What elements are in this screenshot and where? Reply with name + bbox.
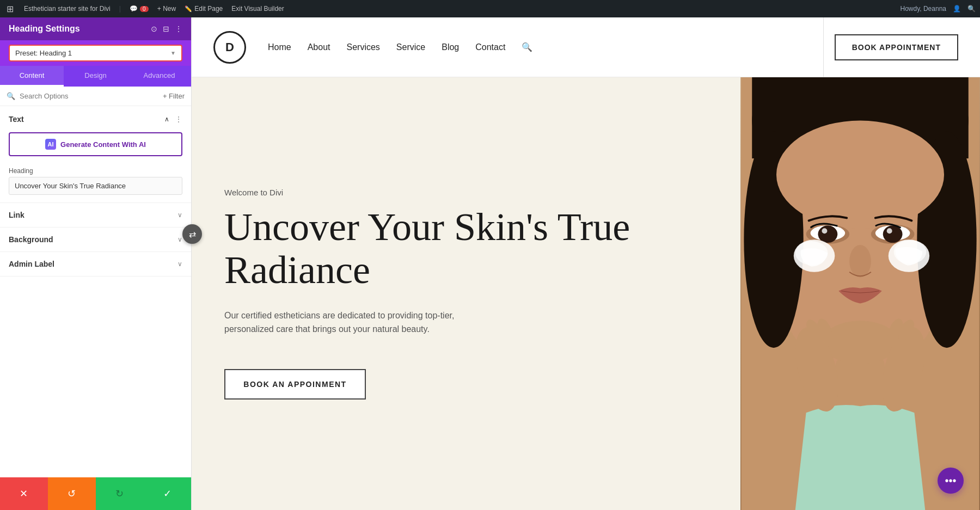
admin-label-section: Admin Label ∨ [0,252,191,276]
background-section-title: Background [9,235,53,244]
background-section: Background ∨ [0,228,191,252]
admin-exit-builder[interactable]: Exit Visual Builder [231,5,284,13]
admin-new[interactable]: + New [157,5,176,13]
nav-service[interactable]: Service [396,42,425,52]
background-section-controls: ∨ [177,236,182,243]
bottom-action-bar: ✕ ↺ ↻ ✓ [0,477,191,510]
redo-button[interactable]: ↻ [96,477,144,510]
nav-contact[interactable]: Contact [475,42,505,52]
text-chevron-icon[interactable]: ∧ [164,115,169,123]
hero-image-svg [740,77,980,510]
tab-content[interactable]: Content [0,66,64,87]
text-section-controls: ∧ ⋮ [164,115,182,124]
link-chevron-icon[interactable]: ∨ [177,211,182,219]
admin-label-section-title: Admin Label [9,260,54,268]
hero-description: Our certified estheticians are dedicated… [224,309,486,336]
nav-about[interactable]: About [308,42,330,52]
hero-right: ••• [740,77,980,510]
separator: | [119,5,121,13]
panel-tabs: Content Design Advanced [0,66,191,87]
book-appointment-button[interactable]: BOOK APPOINTMENT [835,34,958,60]
link-section: Link ∨ [0,203,191,228]
right-content: D Home About Services Service Blog [192,17,980,510]
columns-icon[interactable]: ⊟ [163,24,169,33]
hero-left: Welcome to Divi Uncover Your Skin's True… [192,77,740,510]
nav-services[interactable]: Services [347,42,380,52]
site-navbar: D Home About Services Service Blog [192,17,980,77]
tab-advanced[interactable]: Advanced [127,66,191,87]
admin-bar: ⊞ Esthetician starter site for Divi | 💬 … [0,0,980,17]
svg-point-16 [849,245,871,278]
text-dots-icon[interactable]: ⋮ [175,115,182,124]
admin-label-chevron-icon[interactable]: ∨ [177,260,182,268]
text-section-header[interactable]: Text ∧ ⋮ [0,106,191,130]
main-layout: Heading Settings ⊙ ⊟ ⋮ Preset: Heading 1… [0,17,980,510]
site-logo: D [213,31,246,64]
drag-handle[interactable]: ⇄ [182,224,202,244]
admin-label-section-header[interactable]: Admin Label ∨ [0,252,191,276]
tab-design[interactable]: Design [64,66,127,87]
hero-cta-button[interactable]: BOOK AN APPOINMENT [224,369,366,400]
save-button[interactable]: ✓ [143,477,191,510]
settings-icon[interactable]: ⊙ [151,24,157,33]
hero-section: Welcome to Divi Uncover Your Skin's True… [192,77,980,510]
floating-dots-button[interactable]: ••• [938,468,964,494]
hero-welcome-text: Welcome to Divi [224,188,708,197]
nav-home[interactable]: Home [268,42,291,52]
svg-point-15 [887,228,892,234]
svg-point-7 [776,121,944,229]
link-section-controls: ∨ [177,211,182,219]
svg-point-14 [822,228,827,234]
left-panel: Heading Settings ⊙ ⊟ ⋮ Preset: Heading 1… [0,17,192,510]
admin-edit-page[interactable]: ✏️ Edit Page [185,5,223,13]
preset-dropdown[interactable]: Preset: Heading 1 ▼ [9,45,182,62]
svg-point-13 [883,225,903,243]
text-section: Text ∧ ⋮ AI Generate Content With AI Hea… [0,106,191,203]
wordpress-icon[interactable]: ⊞ [4,3,15,14]
admin-comments[interactable]: 💬 0 [130,5,149,13]
search-input[interactable] [20,92,158,100]
search-bar: 🔍 + Filter [0,87,191,106]
hero-image [740,77,980,510]
text-section-title: Text [9,115,24,124]
dropdown-arrow-icon: ▼ [170,50,176,56]
site-nav: Home About Services Service Blog Contact… [268,42,812,53]
generate-ai-button[interactable]: AI Generate Content With AI [9,132,182,156]
panel-title: Heading Settings [9,24,80,34]
panel-header: Heading Settings ⊙ ⊟ ⋮ [0,17,191,40]
link-section-title: Link [9,211,24,219]
admin-label-section-controls: ∨ [177,260,182,268]
background-chevron-icon[interactable]: ∨ [177,236,182,243]
link-section-header[interactable]: Link ∨ [0,203,191,227]
preset-label: Preset: Heading 1 [15,49,72,57]
nav-divider [823,17,824,77]
nav-blog[interactable]: Blog [442,42,459,52]
ai-sparkle-icon: AI [45,139,56,150]
svg-point-22 [822,321,898,364]
heading-label: Heading [0,163,191,177]
hero-heading: Uncover Your Skin's True Radiance [224,206,708,292]
search-icon: 🔍 [7,92,15,100]
panel-header-icons: ⊙ ⊟ ⋮ [151,24,182,33]
admin-site-name[interactable]: Esthetician starter site for Divi [24,5,111,13]
filter-button[interactable]: + Filter [163,92,185,100]
panel-content: Text ∧ ⋮ AI Generate Content With AI Hea… [0,106,191,510]
svg-point-12 [818,225,837,243]
more-icon[interactable]: ⋮ [175,24,182,33]
undo-button[interactable]: ↺ [48,477,96,510]
background-section-header[interactable]: Background ∨ [0,228,191,251]
admin-bar-right: Howdy, Deanna 👤 🔍 [901,5,976,13]
nav-search-icon[interactable]: 🔍 [522,42,532,53]
heading-input[interactable] [9,177,182,195]
cancel-button[interactable]: ✕ [0,477,48,510]
preset-selector-container: Preset: Heading 1 ▼ [0,40,191,66]
